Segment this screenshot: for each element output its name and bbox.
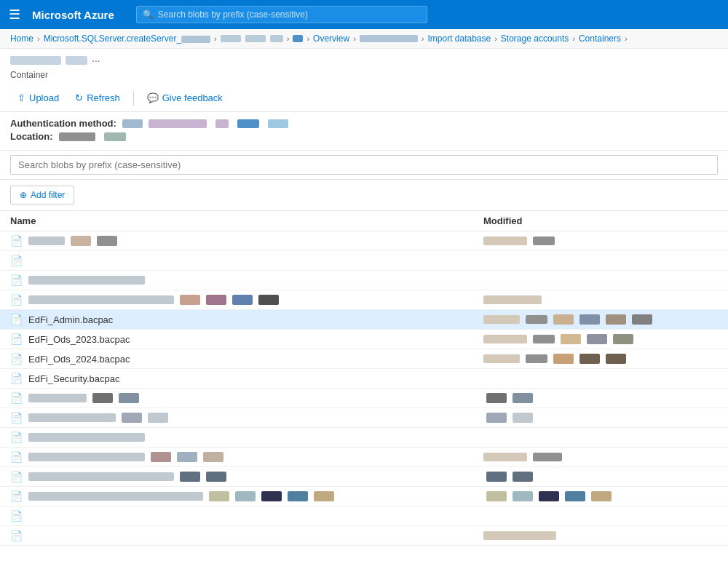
breadcrumb-home[interactable]: Home [10,33,33,44]
table-row[interactable]: 📄 [0,448,728,467]
table-row[interactable]: 📄 [0,389,728,408]
breadcrumb-import-db[interactable]: Import database [427,33,491,44]
auth-value-blurred2 [149,119,207,128]
table-row[interactable]: 📄 [0,290,728,310]
modified-blurred [483,315,520,324]
modified-cell [473,428,728,448]
file-icon: 📄 [10,510,23,522]
breadcrumb-containers[interactable]: Containers [579,33,621,44]
refresh-button[interactable]: ↻ Refresh [68,89,127,107]
file-name-blurred [28,276,145,285]
modified-color-swatch [513,393,533,403]
color-swatch [177,452,197,462]
location-value-blurred2 [104,132,126,141]
file-name-text: EdFi_Security.bacpac [28,373,120,384]
modified-cell [473,408,728,428]
table-row[interactable]: 📄 [0,526,728,546]
search-icon: 🔍 [143,9,154,20]
file-name-blurred [28,472,174,481]
breadcrumb-blurred-1 [221,35,241,42]
file-name-cell: 📄 [0,487,473,506]
modified-color-swatch [513,491,533,501]
modified-cell [473,349,728,369]
location-value-blurred [59,132,95,141]
table-row[interactable]: 📄 [0,408,728,428]
refresh-icon: ↻ [75,92,83,103]
breadcrumb-overview[interactable]: Overview [313,33,349,44]
file-icon: 📄 [10,412,23,424]
file-name-cell: 📄 [0,428,473,448]
modified-cell [473,251,728,271]
file-name-cell: 📄 [0,251,473,271]
breadcrumb-blurred-5 [360,35,418,42]
table-row[interactable]: 📄 [0,271,728,290]
file-name-cell: 📄 [0,271,473,290]
file-icon: 📄 [10,235,23,247]
modified-cell [473,271,728,290]
color-swatch [206,472,226,482]
page-header-name-blurred [10,56,61,65]
modified-blurred [483,295,542,304]
modified-blurred [483,453,527,461]
hamburger-icon[interactable]: ☰ [9,7,20,23]
modified-color-swatch [606,314,626,325]
auth-label: Authentication method: [10,118,116,129]
file-name-cell: 📄 [0,408,473,428]
global-search[interactable]: 🔍 [136,6,427,23]
topbar: ☰ Microsoft Azure 🔍 [0,0,728,29]
upload-button[interactable]: ⇧ Upload [10,89,66,107]
file-name-blurred [28,492,203,501]
modified-cell [473,330,728,349]
breadcrumb: Home › Microsoft.SQLServer.createServer_… [0,29,728,49]
breadcrumb-sql[interactable]: Microsoft.SQLServer.createServer_ [44,33,210,44]
modified-blurred-2 [533,237,555,245]
file-name-cell: 📄 [0,506,473,526]
location-label: Location: [10,131,53,142]
modified-blurred [483,335,527,343]
modified-cell [473,526,728,546]
table-row[interactable]: 📄EdFi_Admin.bacpac [0,310,728,330]
file-icon: 📄 [10,471,23,482]
page-header-name-blurred2 [66,56,87,65]
more-options-icon[interactable]: ··· [92,55,100,66]
auth-row: Authentication method: [10,118,718,129]
file-icon: 📄 [10,333,23,345]
add-filter-button[interactable]: ⊕ Add filter [10,186,74,204]
modified-cell [473,231,728,251]
color-swatch [232,295,253,305]
file-name-cell: 📄EdFi_Ods_2023.bacpac [0,330,473,349]
table-row[interactable]: 📄 [0,467,728,487]
file-icon: 📄 [10,530,23,541]
file-table: Name Modified 📄📄📄📄📄EdFi_Admin.bacpac📄EdF… [0,211,728,546]
modified-blurred-2 [526,315,547,324]
table-row[interactable]: 📄EdFi_Ods_2023.bacpac [0,330,728,349]
modified-cell [473,389,728,408]
feedback-button[interactable]: 💬 Give feedback [140,89,230,107]
breadcrumb-storage[interactable]: Storage accounts [501,33,569,44]
table-row[interactable]: 📄 [0,428,728,448]
file-name-cell: 📄 [0,467,473,487]
color-swatch [261,491,282,501]
modified-color-swatch [553,354,574,364]
modified-blurred-2 [533,335,555,343]
modified-blurred-2 [533,453,562,461]
app-logo: Microsoft Azure [32,9,114,21]
table-row[interactable]: 📄 [0,487,728,506]
table-row[interactable]: 📄EdFi_Security.bacpac [0,369,728,389]
table-row[interactable]: 📄 [0,231,728,251]
file-icon: 📄 [10,451,23,463]
modified-color-swatch [591,491,612,501]
table-row[interactable]: 📄EdFi_Ods_2024.bacpac [0,349,728,369]
color-swatch [258,295,279,305]
auth-value-blurred4 [237,119,259,128]
modified-color-swatch [632,314,652,325]
toolbar: ⇧ Upload ↻ Refresh 💬 Give feedback [0,84,728,112]
file-icon: 📄 [10,353,23,365]
file-icon: 📄 [10,490,23,502]
table-row[interactable]: 📄 [0,506,728,526]
file-name-cell: 📄EdFi_Ods_2024.bacpac [0,349,473,369]
search-input[interactable] [158,9,421,20]
table-row[interactable]: 📄 [0,251,728,271]
location-row: Location: [10,131,718,142]
blob-search-input[interactable] [10,155,718,175]
